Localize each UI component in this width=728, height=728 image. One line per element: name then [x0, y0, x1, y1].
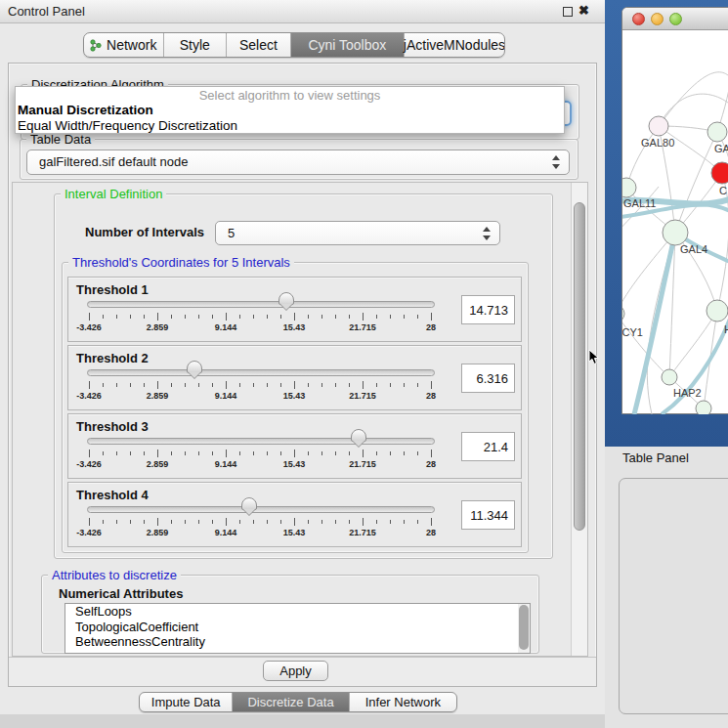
- network-window-titlebar: [622, 8, 728, 30]
- tab-label: Cyni Toolbox: [308, 37, 386, 53]
- slider-tick: [267, 451, 268, 455]
- threshold-value-field[interactable]: 21.4: [461, 432, 515, 461]
- algorithm-option[interactable]: Manual Discretization: [16, 103, 564, 118]
- attribute-list-item[interactable]: TopologicalCoefficient: [65, 620, 530, 635]
- node-label: GCY1: [622, 326, 643, 338]
- numerical-attributes-list[interactable]: SelfLoopsTopologicalCoefficientBetweenne…: [64, 603, 531, 654]
- slider-tick: [198, 315, 199, 319]
- combo-spinner-icon: [483, 226, 492, 241]
- slider-tick: [89, 381, 90, 389]
- slider-tick: [363, 313, 364, 321]
- algorithm-option[interactable]: Equal Width/Frequency Discretization: [16, 118, 564, 134]
- threshold-slider-thumb[interactable]: [187, 361, 202, 373]
- slider-tick: [267, 383, 268, 387]
- slider-tick: [157, 450, 158, 457]
- bottom-tab-impute-data[interactable]: Impute Data: [140, 693, 233, 711]
- network-node-ha[interactable]: [707, 300, 728, 321]
- slider-tick: [321, 520, 322, 524]
- threshold-slider-track[interactable]: [87, 438, 435, 445]
- threshold-value-field[interactable]: 6.316: [461, 364, 515, 393]
- network-node-hap2[interactable]: [662, 369, 677, 385]
- thresholds-group-title: Threshold's Coordinates for 5 Intervals: [68, 255, 294, 270]
- slider-tick-label: 2.859: [136, 459, 179, 469]
- slider-tick: [89, 313, 90, 321]
- app-root: Control Panel ✖ NetworkStyleSelectCyni T…: [0, 0, 728, 728]
- tab-label: Select: [239, 37, 278, 53]
- close-icon[interactable]: ✖: [578, 3, 589, 18]
- slider-tick: [116, 451, 117, 455]
- network-node[interactable]: [696, 401, 711, 414]
- bottom-tab-infer-network[interactable]: Infer Network: [350, 693, 456, 711]
- slider-tick-label: 9.144: [204, 322, 247, 332]
- tab-network[interactable]: Network: [84, 33, 164, 57]
- slider-tick: [103, 451, 104, 455]
- slider-tick: [239, 451, 240, 455]
- slider-tick-label: 2.859: [136, 528, 179, 537]
- slider-tick: [144, 383, 145, 387]
- network-node-gal80[interactable]: [649, 116, 668, 136]
- slider-tick: [89, 450, 90, 457]
- network-node-gal11[interactable]: [622, 178, 636, 197]
- slider-tick: [171, 451, 172, 455]
- slider-tick: [185, 383, 186, 387]
- float-window-icon[interactable]: [563, 7, 573, 17]
- slider-tick: [431, 313, 432, 321]
- slider-tick-label: 2.859: [136, 322, 179, 332]
- attributes-group-title: Attributes to discretize: [48, 568, 181, 582]
- algorithm-popup-hint: Select algorithm to view settings: [16, 87, 564, 103]
- threshold-slider-track[interactable]: [87, 369, 435, 376]
- tab-cyni-toolbox[interactable]: Cyni Toolbox: [291, 33, 405, 57]
- slider-tick: [198, 451, 199, 455]
- slider-tick: [335, 451, 336, 455]
- vertical-scrollbar-thumb[interactable]: [574, 202, 585, 531]
- threshold-slider-track[interactable]: [87, 301, 435, 308]
- slider-tick: [116, 383, 117, 387]
- bottom-tab-discretize-data[interactable]: Discretize Data: [233, 693, 349, 711]
- node-label: HA: [724, 323, 728, 335]
- network-edge: [626, 126, 659, 188]
- slider-tick: [198, 520, 199, 524]
- threshold-slider-thumb[interactable]: [278, 292, 294, 305]
- slider-tick: [157, 313, 158, 321]
- network-node-gcy1[interactable]: [622, 305, 624, 322]
- network-node-ga[interactable]: [707, 122, 727, 142]
- threshold-value-field[interactable]: 11.344: [461, 500, 515, 530]
- zoom-traffic-light-icon[interactable]: [669, 13, 682, 25]
- slider-tick-label: 21.715: [341, 322, 384, 332]
- slider-tick: [376, 520, 377, 524]
- network-node-c[interactable]: [711, 162, 728, 184]
- slider-tick: [321, 451, 322, 455]
- threshold-slider-thumb[interactable]: [241, 497, 257, 510]
- attribute-list-item[interactable]: SelfLoops: [65, 604, 530, 620]
- network-node-gal4[interactable]: [663, 220, 688, 245]
- network-canvas[interactable]: GAL80GACGAL11GAL4GCY1HAHAP2: [622, 30, 728, 414]
- num-intervals-combobox[interactable]: 5: [215, 221, 500, 245]
- node-label: GAL4: [680, 243, 707, 255]
- apply-button[interactable]: Apply: [263, 661, 328, 681]
- slider-tick: [335, 383, 336, 387]
- slider-tick: [103, 520, 104, 524]
- threshold-value-field[interactable]: 14.713: [461, 295, 515, 324]
- slider-tick: [404, 520, 405, 524]
- slider-tick: [103, 383, 104, 387]
- tab-style[interactable]: Style: [164, 33, 228, 57]
- table-data-combobox[interactable]: galFiltered.sif default node: [26, 150, 570, 175]
- slider-tick-label: 28: [409, 322, 452, 332]
- num-intervals-label: Number of Intervals: [85, 225, 204, 239]
- attributes-scrollbar-thumb[interactable]: [519, 605, 529, 650]
- slider-tick: [335, 520, 336, 524]
- slider-tick: [253, 451, 254, 455]
- threshold-slider-thumb[interactable]: [351, 429, 366, 442]
- node-label: HAP2: [673, 387, 702, 399]
- slider-tick-label: 9.144: [204, 528, 247, 537]
- node-label: GA: [714, 143, 728, 154]
- close-traffic-light-icon[interactable]: [632, 13, 645, 25]
- tab-jactivemnodules[interactable]: jActiveMNodules: [405, 33, 504, 57]
- attribute-list-item[interactable]: BetweennessCentrality: [65, 634, 530, 650]
- tab-select[interactable]: Select: [227, 33, 291, 57]
- threshold-slider-track[interactable]: [87, 506, 435, 513]
- slider-tick-label: 21.715: [341, 528, 384, 537]
- slider-tick: [103, 315, 104, 319]
- slider-tick: [417, 520, 418, 524]
- minimize-traffic-light-icon[interactable]: [651, 13, 664, 25]
